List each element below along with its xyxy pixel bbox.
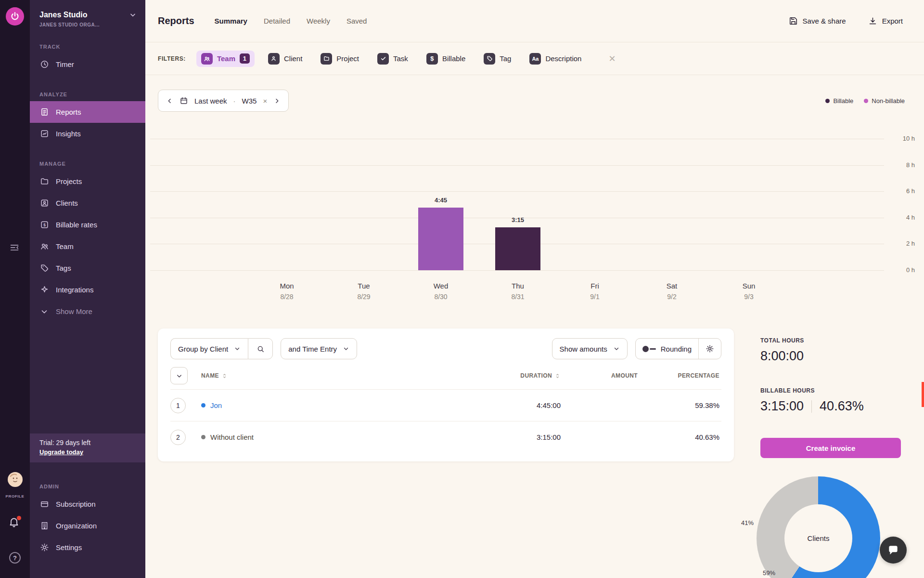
sidebar-item-label: Team: [56, 242, 74, 250]
notification-dot: [17, 516, 21, 520]
group-by-select[interactable]: Group by Client: [170, 338, 248, 359]
sidebar-item-subscription[interactable]: Subscription: [30, 493, 145, 515]
dollar-icon: $: [426, 53, 438, 65]
folder-icon: [39, 177, 49, 186]
spark-icon: [39, 285, 49, 295]
export-button[interactable]: Export: [868, 16, 903, 26]
sidebar-item-label: Settings: [56, 543, 82, 552]
filter-chip-tag[interactable]: Tag: [479, 51, 516, 67]
sort-icon: [221, 373, 228, 379]
filter-chip-project[interactable]: Project: [316, 51, 364, 67]
clear-filters-icon[interactable]: ✕: [608, 53, 616, 64]
org-name: Janes Studio: [39, 11, 88, 19]
percentage-cell: 40.63%: [638, 433, 719, 441]
sidebar-item-clients[interactable]: Clients: [30, 192, 145, 214]
column-name[interactable]: NAME: [201, 372, 436, 379]
show-amounts-select[interactable]: Show amounts: [552, 338, 628, 359]
chevron-right-icon[interactable]: [273, 97, 281, 105]
building-icon: [39, 521, 49, 531]
svg-text:$: $: [43, 223, 46, 227]
tab-saved[interactable]: Saved: [346, 17, 367, 25]
scrollbar-fragment[interactable]: [922, 382, 924, 407]
subgroup-label: and Time Entry: [288, 345, 337, 353]
rounding-settings-button[interactable]: [699, 339, 721, 359]
filter-chip-client[interactable]: Client: [263, 51, 307, 67]
sidebar-item-reports[interactable]: Reports: [30, 101, 145, 123]
sidebar-collapse-button[interactable]: [8, 241, 21, 254]
client-color-dot: [201, 435, 205, 439]
app-logo[interactable]: [6, 7, 24, 26]
row-rank: 1: [170, 398, 186, 413]
bar-wed[interactable]: [418, 208, 463, 270]
sidebar-item-organization[interactable]: Organization: [30, 515, 145, 537]
folder-icon: [321, 53, 332, 65]
calendar-icon[interactable]: [180, 96, 188, 105]
tab-summary[interactable]: Summary: [215, 17, 247, 25]
legend-billable[interactable]: Billable: [825, 97, 853, 105]
sidebar-item-show-more[interactable]: Show More: [30, 301, 145, 322]
person-icon: [268, 53, 280, 65]
rounding-group: Rounding: [635, 338, 721, 359]
create-invoice-button[interactable]: Create invoice: [760, 438, 901, 458]
y-axis-tick: 6 h: [889, 187, 915, 195]
chip-label: Client: [284, 54, 302, 63]
sidebar-item-timer[interactable]: Timer: [30, 53, 145, 75]
save-share-button[interactable]: Save & share: [789, 16, 846, 26]
filter-chip-task[interactable]: Task: [372, 51, 413, 67]
expand-all-button[interactable]: [170, 367, 188, 384]
legend-label: Billable: [833, 97, 853, 105]
date-range-week[interactable]: W35: [242, 97, 257, 105]
chat-bubble-icon: [887, 544, 899, 556]
gear-icon: [706, 344, 714, 353]
tab-weekly[interactable]: Weekly: [307, 17, 330, 25]
profile-avatar[interactable]: [8, 472, 23, 487]
table-row[interactable]: 1 Jon 4:45:00 59.38%: [170, 389, 721, 421]
upgrade-link[interactable]: Upgrade today: [39, 448, 83, 456]
tab-detailed[interactable]: Detailed: [264, 17, 290, 25]
rounding-toggle[interactable]: Rounding: [636, 345, 698, 353]
sidebar-item-team[interactable]: Team: [30, 236, 145, 257]
sidebar-item-settings[interactable]: Settings: [30, 537, 145, 558]
icon-rail: PROFILE ?: [0, 0, 30, 578]
gridline: [150, 270, 884, 271]
sidebar-item-insights[interactable]: Insights: [30, 123, 145, 144]
chevron-left-icon[interactable]: [166, 97, 173, 105]
legend-non-billable[interactable]: Non-billable: [864, 97, 905, 105]
y-axis-tick: 8 h: [889, 161, 915, 169]
clear-date-icon[interactable]: ×: [263, 97, 267, 105]
help-icon[interactable]: ?: [9, 552, 21, 564]
x-axis-label: Wed8/30: [402, 282, 479, 301]
sidebar-item-projects[interactable]: Projects: [30, 171, 145, 192]
section-label-analyze: ANALYZE: [39, 92, 136, 97]
column-percentage[interactable]: PERCENTAGE: [638, 372, 719, 379]
search-button[interactable]: [248, 338, 273, 359]
column-amount[interactable]: AMOUNT: [561, 372, 638, 379]
percentage-cell: 59.38%: [638, 401, 719, 409]
donut-chart[interactable]: [757, 476, 880, 578]
legend-billable-dot: [825, 99, 830, 103]
filter-chip-billable[interactable]: $ Billable: [422, 51, 470, 67]
org-switcher[interactable]: Janes Studio JANES STUDIO ORGA...: [30, 0, 145, 27]
chat-launcher[interactable]: [880, 537, 907, 564]
column-duration[interactable]: DURATION: [436, 372, 561, 379]
sidebar-item-billable-rates[interactable]: $ Billable rates: [30, 214, 145, 236]
client-name-link[interactable]: Jon: [210, 401, 222, 409]
sidebar-item-integrations[interactable]: Integrations: [30, 279, 145, 301]
notifications-bell-icon[interactable]: [8, 516, 21, 529]
table-row[interactable]: 2 Without client 3:15:00 40.63%: [170, 421, 721, 453]
filter-chip-team[interactable]: Team 1: [196, 51, 255, 67]
clock-icon: [39, 60, 49, 69]
search-icon: [257, 345, 265, 353]
check-icon: [377, 53, 389, 65]
subgroup-select[interactable]: and Time Entry: [281, 338, 357, 359]
filter-chip-description[interactable]: Aa Description: [525, 51, 586, 67]
bar-chart: 10 h 8 h 6 h 4 h 2 h 0 h 4:45 3:15 Mon8/…: [150, 139, 884, 270]
bar-thu[interactable]: [495, 227, 540, 270]
chevron-down-icon: [129, 11, 137, 19]
chip-label: Project: [336, 54, 359, 63]
sidebar-item-tags[interactable]: Tags: [30, 257, 145, 279]
section-label-manage: MANAGE: [39, 161, 136, 167]
billable-percent-value: 40.63%: [820, 399, 864, 414]
value-divider: [811, 400, 812, 413]
date-range-label[interactable]: Last week: [194, 97, 227, 105]
